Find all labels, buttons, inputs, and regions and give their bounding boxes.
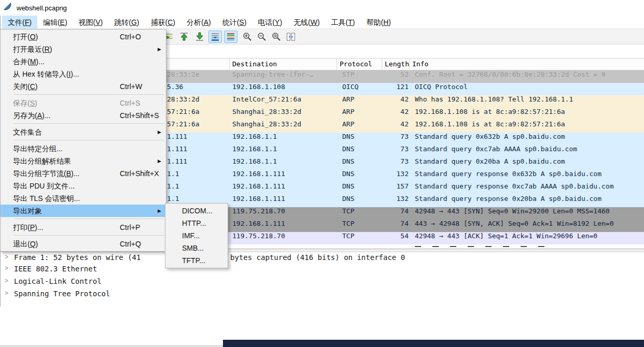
file-menu-item[interactable]: 导出对象▶ (1, 205, 166, 217)
file-menu-item[interactable]: 打开(O)Ctrl+O (1, 31, 166, 43)
file-menu-item[interactable]: 从 Hex 转储导入(I)... (1, 68, 166, 80)
submenu-item[interactable]: IMF... (165, 229, 228, 242)
file-menu-item[interactable]: 导出 TLS 会话密钥... (1, 192, 166, 205)
partial-packet-row[interactable] (166, 244, 644, 249)
packet-source-fragment: 1.111 (167, 133, 229, 140)
menu-item-label: 从 Hex 转储导入(I)... (13, 70, 79, 78)
packet-source-fragment: 1.111 (167, 157, 229, 165)
file-menu-item[interactable]: 退出(Q)Ctrl+Q (1, 238, 166, 250)
detail-row-stp[interactable]: > Spanning Tree Protocol (0, 290, 644, 302)
detail-row-frame[interactable]: > Frame 1: 52 bytes on wire (41 bytes ca… (0, 253, 644, 266)
column-header-length[interactable]: Length (382, 59, 410, 70)
packet-row[interactable]: 1.1192.168.1.111DNS132Standard query res… (166, 195, 644, 207)
packet-destination: 119.75.218.70 (232, 207, 336, 215)
go-first-packet-icon[interactable] (177, 31, 191, 43)
auto-scroll-icon[interactable] (208, 31, 222, 43)
file-menu-item[interactable]: 导出分组字节流(B)...Ctrl+Shift+X (1, 167, 166, 180)
submenu-arrow-icon: ▶ (158, 155, 161, 167)
menubar-item[interactable]: 编辑(E) (37, 16, 73, 28)
packet-info: 443 → 42948 [SYN, ACK] Seq=0 Ack=1 Win=8… (415, 220, 644, 227)
packet-info: OICQ Protocol (415, 83, 644, 91)
submenu-item[interactable]: DICOM... (165, 205, 228, 217)
menubar-item[interactable]: 帮助(H) (361, 16, 397, 28)
file-menu-item[interactable]: 文件集合▶ (1, 126, 166, 138)
zoom-out-icon[interactable] (255, 31, 269, 43)
menu-item-label: 导出特定分组... (13, 144, 63, 153)
packet-row[interactable]: 119.75.218.70TCP5442948 → 443 [ACK] Seq=… (166, 232, 644, 244)
colorize-icon[interactable] (224, 31, 237, 43)
resize-columns-icon[interactable] (284, 31, 298, 43)
menu-item-label: 退出(Q) (13, 240, 38, 248)
packet-row[interactable]: 1.111192.168.1.1DNS73Standard query 0xc7… (166, 145, 644, 157)
packet-row[interactable]: 1.111192.168.1.1DNS73Standard query 0x20… (166, 157, 644, 170)
packet-source-fragment: 28:33:2d (167, 95, 229, 103)
window-title: webshell.pcapng (17, 4, 67, 12)
packet-list: 28:33:2eSpanning-tree-(for-…STP52Conf. R… (166, 70, 644, 249)
menu-separator (14, 140, 164, 140)
detail-text: Frame 1: 52 bytes on wire (41 (14, 253, 141, 262)
menu-item-label: 文件集合 (13, 128, 42, 136)
submenu-arrow-icon: ▶ (158, 43, 161, 55)
file-menu-item[interactable]: 打印(P)...Ctrl+P (1, 221, 166, 234)
column-header-info[interactable]: Info (410, 59, 644, 70)
packet-row[interactable]: 192.168.1.111TCP74443 → 42948 [SYN, ACK]… (166, 220, 644, 232)
column-header-protocol[interactable]: Protocol (337, 59, 382, 70)
menu-item-label: 导出分组解析结果 (13, 157, 71, 165)
packet-destination: 192.168.1.1 (232, 145, 336, 153)
menu-item-shortcut: Ctrl+Shift+S (120, 109, 159, 122)
file-menu-item[interactable]: 导出 PDU 到文件... (1, 180, 166, 192)
detail-row-ethernet[interactable]: > IEEE 802.3 Ethernet (0, 265, 644, 277)
file-menu-item[interactable]: 保存(S)Ctrl+S (1, 97, 166, 109)
packet-length: 73 (372, 145, 409, 153)
file-menu-item[interactable]: 关闭(C)Ctrl+W (1, 80, 166, 93)
zoom-reset-icon[interactable] (270, 31, 283, 43)
menu-item-shortcut: Ctrl+W (120, 80, 142, 93)
column-header-source-clipped[interactable] (166, 59, 230, 70)
menubar-item[interactable]: 分析(A) (181, 16, 217, 28)
packet-row[interactable]: 1.1192.168.1.111DNS132Standard query res… (166, 170, 644, 182)
menu-separator (14, 235, 164, 236)
go-last-packet-icon[interactable] (193, 31, 206, 43)
packet-row[interactable]: 28:33:2dIntelCor_57:21:6aARP42Who has 19… (166, 95, 644, 108)
file-menu: 打开(O)Ctrl+O打开最近(R)▶合并(M)...从 Hex 转储导入(I)… (0, 29, 166, 252)
chevron-right-icon: > (5, 265, 8, 272)
packet-info: Standard query response 0xc7ab AAAA sp0.… (415, 182, 644, 190)
packet-row[interactable]: 1.1192.168.1.111DNS157Standard query res… (166, 182, 644, 195)
menubar-item[interactable]: 无线(W) (288, 16, 326, 28)
packet-destination: 119.75.218.70 (232, 232, 336, 240)
packet-source-fragment: 1.111 (167, 145, 229, 153)
menubar-item[interactable]: 统计(S) (217, 16, 253, 28)
menubar-item[interactable]: 捕获(C) (145, 16, 181, 28)
menubar-item[interactable]: 电话(Y) (252, 16, 288, 28)
packet-row[interactable]: 1.111192.168.1.1DNS73Standard query 0x63… (166, 133, 644, 145)
zoom-in-icon[interactable] (241, 31, 254, 43)
menu-separator (14, 123, 164, 124)
packet-row[interactable]: 57:21:6aShanghai_28:33:2dARP42192.168.1.… (166, 120, 644, 133)
file-menu-item[interactable]: 打开最近(R)▶ (1, 43, 166, 55)
file-menu-item[interactable]: 另存为(A)...Ctrl+Shift+S (1, 109, 166, 122)
packet-source-fragment: 57:21:6a (167, 108, 229, 115)
submenu-item[interactable]: TFTP... (165, 254, 228, 267)
packet-row[interactable]: 5.36192.168.1.108OICQ121OICQ Protocol (166, 83, 644, 95)
menubar-item[interactable]: 跳转(G) (108, 16, 145, 28)
file-menu-item[interactable]: 导出特定分组... (1, 142, 166, 155)
file-menu-item[interactable]: 导出分组解析结果▶ (1, 155, 166, 167)
packet-info: 42948 → 443 [SYN] Seq=0 Win=29200 Len=0 … (415, 207, 644, 215)
detail-row-llc[interactable]: > Logical-Link Control (0, 277, 644, 290)
menu-item-shortcut: Ctrl+Q (120, 238, 141, 250)
packet-info: Standard query 0xc7ab AAAA sp0.baidu.com (415, 145, 644, 153)
column-header-destination[interactable]: Destination (230, 59, 337, 70)
detail-text-continued: bytes captured (416 bits) on interface 0 (230, 253, 405, 262)
packet-row[interactable]: 57:21:6aShanghai_28:33:2dARP42192.168.1.… (166, 108, 644, 120)
packet-row[interactable]: 28:33:2eSpanning-tree-(for-…STP52Conf. R… (166, 70, 644, 83)
packet-row[interactable]: 119.75.218.70TCP7442948 → 443 [SYN] Seq=… (166, 207, 644, 220)
packet-destination: 192.168.1.108 (232, 83, 336, 91)
file-menu-item[interactable]: 合并(M)... (1, 55, 166, 68)
menubar-item[interactable]: 文件(F) (2, 16, 37, 28)
submenu-item[interactable]: SMB... (165, 242, 228, 254)
submenu-item[interactable]: HTTP... (165, 217, 228, 229)
menubar-item[interactable]: 视图(V) (73, 16, 109, 28)
menubar-item[interactable]: 工具(T) (326, 16, 361, 28)
chevron-right-icon: > (5, 277, 8, 284)
packet-destination: 192.168.1.1 (232, 133, 336, 140)
